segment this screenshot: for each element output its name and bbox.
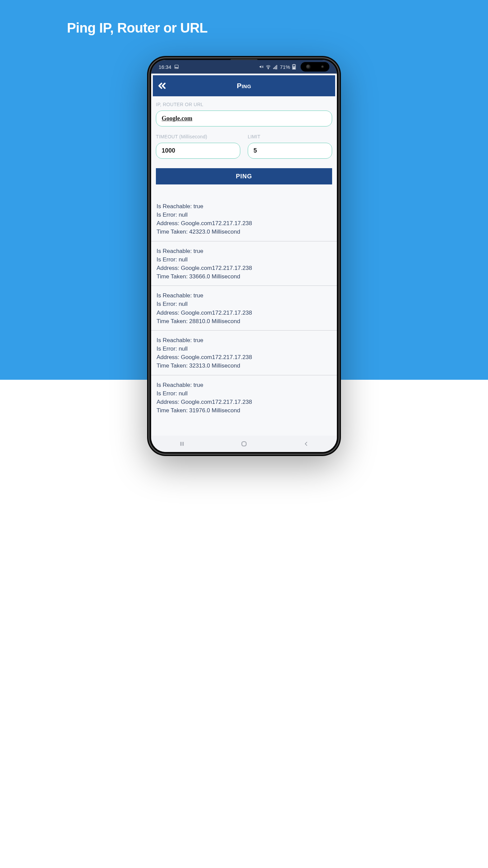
url-input[interactable] xyxy=(156,111,274,126)
result-address: Address: Google.com172.217.17.238 xyxy=(157,219,274,228)
home-icon xyxy=(240,440,248,448)
result-reachable: Is Reachable: true xyxy=(157,202,274,211)
picture-icon xyxy=(174,64,179,69)
timeout-input[interactable] xyxy=(156,143,240,159)
result-address: Address: Google.com172.217.17.238 xyxy=(157,398,274,406)
page-title: Ping xyxy=(153,82,274,90)
result-error: Is Error: null xyxy=(157,389,274,398)
status-bar: 16:34 71% xyxy=(151,60,274,74)
result-item: Is Reachable: trueIs Error: nullAddress:… xyxy=(151,375,274,420)
result-item: Is Reachable: trueIs Error: nullAddress:… xyxy=(151,330,274,375)
app-titlebar: Ping xyxy=(153,75,274,96)
result-time: Time Taken: 28810.0 Millisecond xyxy=(157,317,274,326)
wifi-icon xyxy=(266,64,271,70)
result-time: Time Taken: 32313.0 Millisecond xyxy=(157,361,274,370)
result-error: Is Error: null xyxy=(157,211,274,219)
svg-rect-14 xyxy=(242,442,246,446)
back-button[interactable] xyxy=(156,80,168,92)
status-time: 16:34 xyxy=(159,64,171,70)
result-address: Address: Google.com172.217.17.238 xyxy=(157,353,274,361)
result-time: Time Taken: 42323.0 Millisecond xyxy=(157,228,274,236)
result-reachable: Is Reachable: true xyxy=(157,291,274,300)
recents-icon xyxy=(179,440,185,447)
result-reachable: Is Reachable: true xyxy=(157,336,274,344)
results-list: Is Reachable: trueIs Error: nullAddress:… xyxy=(151,197,274,419)
timeout-label: TIMEOUT (Millisecond) xyxy=(156,134,240,139)
svg-rect-5 xyxy=(274,67,274,69)
mute-icon xyxy=(259,64,264,69)
ping-button[interactable]: PING xyxy=(156,168,274,184)
svg-rect-4 xyxy=(273,68,274,69)
result-error: Is Error: null xyxy=(157,300,274,308)
limit-label: LIMIT xyxy=(248,134,274,139)
phone-frame: 16:34 71% xyxy=(147,56,274,456)
android-navbar xyxy=(151,436,274,452)
result-time: Time Taken: 33666.0 Millisecond xyxy=(157,272,274,281)
result-reachable: Is Reachable: true xyxy=(157,381,274,389)
result-address: Address: Google.com172.217.17.238 xyxy=(157,264,274,272)
phone-mockup: 16:34 71% xyxy=(147,56,274,456)
nav-recents-button[interactable] xyxy=(151,440,213,447)
signal-icon xyxy=(273,64,274,70)
nav-home-button[interactable] xyxy=(214,440,274,448)
form-area: IP, ROUTER OR URL TIMEOUT (Millisecond) … xyxy=(151,96,274,184)
result-address: Address: Google.com172.217.17.238 xyxy=(157,309,274,317)
promo-title: Ping IP, Router or URL xyxy=(0,0,274,36)
result-error: Is Error: null xyxy=(157,255,274,264)
result-item: Is Reachable: trueIs Error: nullAddress:… xyxy=(151,285,274,330)
phone-screen: 16:34 71% xyxy=(151,60,274,452)
limit-input[interactable] xyxy=(248,143,274,159)
result-time: Time Taken: 31976.0 Millisecond xyxy=(157,406,274,415)
url-label: IP, ROUTER OR URL xyxy=(156,102,274,107)
result-error: Is Error: null xyxy=(157,344,274,353)
result-item: Is Reachable: trueIs Error: nullAddress:… xyxy=(151,197,274,241)
result-item: Is Reachable: trueIs Error: nullAddress:… xyxy=(151,241,274,286)
chevrons-left-icon xyxy=(156,80,168,92)
result-reachable: Is Reachable: true xyxy=(157,247,274,255)
svg-point-3 xyxy=(268,68,269,69)
